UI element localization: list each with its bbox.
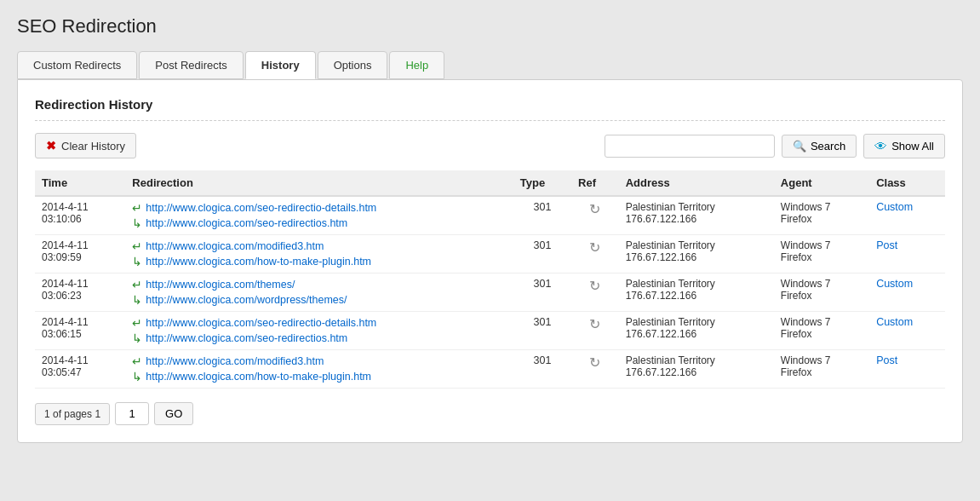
cell-address: Palestinian Territory176.67.122.166 [619, 196, 774, 235]
to-link[interactable]: http://www.clogica.com/how-to-make-plugi… [146, 371, 371, 383]
cell-redirection: ↵ http://www.clogica.com/modified3.htm ↳… [125, 235, 513, 274]
cell-agent: Windows 7Firefox [774, 350, 869, 389]
class-link[interactable]: Custom [876, 316, 913, 328]
arrow-from-icon: ↵ [132, 278, 142, 291]
from-link[interactable]: http://www.clogica.com/modified3.htm [146, 355, 324, 367]
search-input[interactable] [605, 135, 775, 158]
cell-address: Palestinian Territory176.67.122.166 [619, 274, 774, 312]
cell-time: 2014-4-1103:06:15 [35, 312, 125, 350]
col-time: Time [35, 170, 125, 196]
col-type: Type [513, 170, 571, 196]
tab-post-redirects[interactable]: Post Redirects [139, 51, 244, 79]
cell-agent: Windows 7Firefox [774, 274, 869, 312]
table-row: 2014-4-1103:09:59 ↵ http://www.clogica.c… [35, 235, 945, 274]
tab-bar: Custom Redirects Post Redirects History … [17, 51, 963, 79]
page-title: SEO Redirection [17, 15, 963, 37]
cell-address: Palestinian Territory176.67.122.166 [619, 312, 774, 350]
tab-custom-redirects[interactable]: Custom Redirects [17, 51, 137, 79]
class-link[interactable]: Post [876, 354, 897, 366]
to-link[interactable]: http://www.clogica.com/wordpress/themes/ [146, 294, 347, 306]
table-row: 2014-4-1103:06:23 ↵ http://www.clogica.c… [35, 274, 945, 312]
main-panel: Redirection History ✖ Clear History 🔍 Se… [17, 79, 963, 443]
col-redirection: Redirection [125, 170, 513, 196]
cell-redirection: ↵ http://www.clogica.com/seo-redirectio-… [125, 312, 513, 350]
cell-redirection: ↵ http://www.clogica.com/seo-redirectio-… [125, 196, 513, 235]
pagination-info: 1 of pages 1 [35, 403, 110, 425]
to-link[interactable]: http://www.clogica.com/seo-redirectios.h… [146, 332, 347, 344]
col-ref: Ref [571, 170, 619, 196]
cell-time: 2014-4-1103:10:06 [35, 196, 125, 235]
cell-ref: ↻ [571, 350, 619, 389]
class-link[interactable]: Custom [876, 201, 913, 213]
eye-icon: 👁 [874, 139, 887, 153]
cell-time: 2014-4-1103:05:47 [35, 350, 125, 389]
clear-history-button[interactable]: ✖ Clear History [35, 133, 136, 158]
col-agent: Agent [774, 170, 869, 196]
cell-class: Custom [869, 196, 945, 235]
class-link[interactable]: Custom [876, 278, 913, 290]
cell-type: 301 [513, 312, 571, 350]
cell-redirection: ↵ http://www.clogica.com/themes/ ↳ http:… [125, 274, 513, 312]
cell-ref: ↻ [571, 196, 619, 235]
panel-title: Redirection History [35, 97, 945, 112]
from-link[interactable]: http://www.clogica.com/seo-redirectio-de… [146, 202, 376, 214]
panel-divider [35, 120, 945, 121]
tab-options[interactable]: Options [318, 51, 388, 79]
page-number-input[interactable] [115, 402, 149, 425]
cell-class: Custom [869, 312, 945, 350]
pagination: 1 of pages 1 GO [35, 402, 945, 425]
toolbar-right: 🔍 Search 👁 Show All [605, 134, 945, 158]
go-button[interactable]: GO [154, 402, 193, 425]
from-link[interactable]: http://www.clogica.com/themes/ [146, 279, 295, 291]
cell-time: 2014-4-1103:06:23 [35, 274, 125, 312]
cell-address: Palestinian Territory176.67.122.166 [619, 350, 774, 389]
search-button[interactable]: 🔍 Search [782, 135, 857, 158]
ref-icon: ↻ [589, 317, 600, 331]
tab-history[interactable]: History [245, 51, 316, 79]
search-icon: 🔍 [793, 140, 806, 153]
cell-type: 301 [513, 274, 571, 312]
to-link[interactable]: http://www.clogica.com/how-to-make-plugi… [146, 256, 371, 268]
cell-class: Custom [869, 274, 945, 312]
arrow-from-icon: ↵ [132, 239, 142, 253]
cell-ref: ↻ [571, 274, 619, 312]
cell-agent: Windows 7Firefox [774, 312, 869, 350]
class-link[interactable]: Post [876, 239, 897, 251]
cell-time: 2014-4-1103:09:59 [35, 235, 125, 274]
x-icon: ✖ [46, 139, 56, 153]
arrow-to-icon: ↳ [132, 255, 142, 268]
arrow-from-icon: ↵ [132, 354, 142, 368]
cell-ref: ↻ [571, 312, 619, 350]
arrow-from-icon: ↵ [132, 316, 142, 330]
from-link[interactable]: http://www.clogica.com/modified3.htm [146, 240, 324, 252]
col-class: Class [869, 170, 945, 196]
ref-icon: ↻ [589, 202, 600, 216]
cell-type: 301 [513, 350, 571, 389]
cell-redirection: ↵ http://www.clogica.com/modified3.htm ↳… [125, 350, 513, 389]
table-row: 2014-4-1103:05:47 ↵ http://www.clogica.c… [35, 350, 945, 389]
cell-ref: ↻ [571, 235, 619, 274]
table-row: 2014-4-1103:10:06 ↵ http://www.clogica.c… [35, 196, 945, 235]
ref-icon: ↻ [589, 355, 600, 370]
table-header-row: Time Redirection Type Ref Address Agent … [35, 170, 945, 196]
arrow-to-icon: ↳ [132, 293, 142, 307]
arrow-to-icon: ↳ [132, 216, 142, 230]
arrow-to-icon: ↳ [132, 331, 142, 345]
to-link[interactable]: http://www.clogica.com/seo-redirectios.h… [146, 217, 347, 229]
cell-class: Post [869, 235, 945, 274]
tab-help[interactable]: Help [389, 51, 444, 79]
history-table: Time Redirection Type Ref Address Agent … [35, 170, 945, 389]
cell-agent: Windows 7Firefox [774, 196, 869, 235]
cell-address: Palestinian Territory176.67.122.166 [619, 235, 774, 274]
cell-type: 301 [513, 196, 571, 235]
arrow-to-icon: ↳ [132, 370, 142, 383]
arrow-from-icon: ↵ [132, 201, 142, 215]
cell-agent: Windows 7Firefox [774, 235, 869, 274]
toolbar-left: ✖ Clear History [35, 133, 136, 158]
ref-icon: ↻ [589, 240, 600, 255]
cell-type: 301 [513, 235, 571, 274]
ref-icon: ↻ [589, 279, 600, 293]
cell-class: Post [869, 350, 945, 389]
show-all-button[interactable]: 👁 Show All [863, 134, 945, 158]
from-link[interactable]: http://www.clogica.com/seo-redirectio-de… [146, 317, 376, 329]
